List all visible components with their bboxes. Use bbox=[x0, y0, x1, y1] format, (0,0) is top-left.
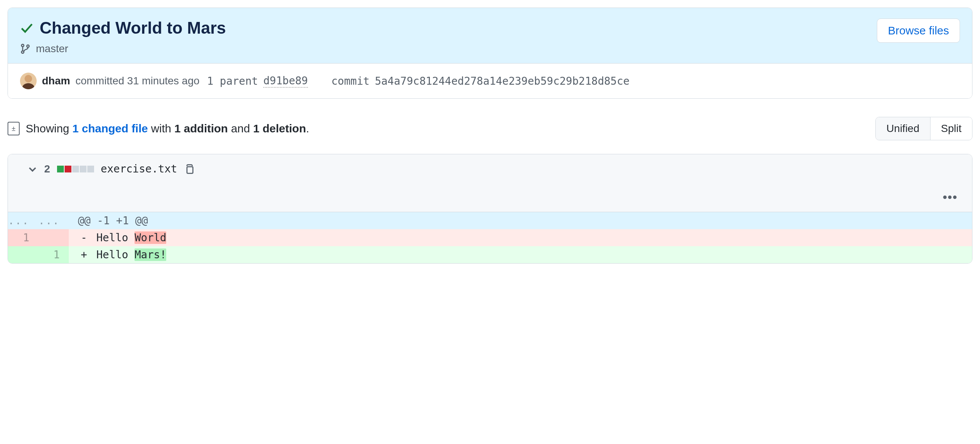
add-linenum-old bbox=[8, 246, 38, 263]
summary-showing: Showing bbox=[26, 122, 69, 135]
changed-files-link[interactable]: 1 changed file bbox=[72, 122, 148, 135]
commit-header: Changed World to Mars master Browse file… bbox=[8, 8, 972, 64]
diff-square-neutral bbox=[87, 166, 94, 172]
commit-meta-row: dham committed 31 minutes ago1 parent d9… bbox=[8, 64, 972, 98]
plus-sign: + bbox=[78, 249, 90, 261]
del-linenum-new bbox=[38, 229, 69, 246]
del-prefix: Hello bbox=[96, 232, 135, 244]
parent-label: parent bbox=[220, 75, 258, 87]
avatar[interactable] bbox=[20, 73, 37, 89]
branch-row: master bbox=[20, 43, 226, 55]
del-linenum-old[interactable]: 1 bbox=[8, 229, 38, 246]
parent-count: 1 bbox=[207, 75, 213, 87]
summary-period: . bbox=[306, 122, 309, 135]
add-linenum-new[interactable]: 1 bbox=[38, 246, 69, 263]
diff-square-neutral bbox=[72, 166, 79, 172]
commit-sha: 5a4a79c81244ed278a14e239eb59c29b218d85ce bbox=[375, 75, 629, 87]
addition-row: 1 + Hello Mars! bbox=[8, 246, 972, 263]
hunk-linenum-old[interactable]: ... bbox=[8, 212, 38, 229]
add-highlight: Mars! bbox=[135, 249, 166, 261]
summary-additions: 1 addition bbox=[175, 122, 228, 135]
commit-box: Changed World to Mars master Browse file… bbox=[8, 8, 972, 99]
kebab-icon[interactable]: ••• bbox=[940, 190, 960, 204]
deletion-row: 1 - Hello World bbox=[8, 229, 972, 246]
check-icon[interactable] bbox=[20, 21, 33, 35]
summary-and: and bbox=[231, 122, 250, 135]
summary-deletions: 1 deletion bbox=[253, 122, 306, 135]
hunk-header: @@ -1 +1 @@ bbox=[69, 212, 972, 229]
summary-with: with bbox=[151, 122, 171, 135]
diff-square-add bbox=[57, 166, 64, 172]
hunk-header-row: ... ... @@ -1 +1 @@ bbox=[8, 212, 972, 229]
browse-files-button[interactable]: Browse files bbox=[877, 19, 960, 43]
minus-sign: - bbox=[78, 232, 90, 244]
summary-text: Showing 1 changed file with 1 addition a… bbox=[26, 122, 309, 135]
diff-square-neutral bbox=[80, 166, 86, 172]
unified-button[interactable]: Unified bbox=[876, 117, 930, 140]
commit-title: Changed World to Mars bbox=[40, 19, 226, 37]
diff-view-toggle: Unified Split bbox=[875, 117, 972, 140]
commit-title-row: Changed World to Mars bbox=[20, 19, 226, 37]
branch-name[interactable]: master bbox=[36, 43, 68, 55]
file-header-bottom: ••• bbox=[27, 190, 960, 204]
commit-time: committed 31 minutes ago bbox=[76, 75, 199, 87]
add-prefix: Hello bbox=[96, 249, 135, 261]
parent-sha[interactable]: d91be89 bbox=[263, 75, 308, 88]
del-highlight: World bbox=[135, 232, 166, 244]
svg-point-2 bbox=[27, 45, 29, 47]
summary-row: ± Showing 1 changed file with 1 addition… bbox=[8, 117, 972, 140]
diff-square-del bbox=[65, 166, 72, 172]
branch-icon[interactable] bbox=[20, 43, 30, 54]
diff-table: ... ... @@ -1 +1 @@ 1 - Hello World 1 + … bbox=[8, 212, 972, 263]
add-code: + Hello Mars! bbox=[69, 246, 972, 263]
del-code: - Hello World bbox=[69, 229, 972, 246]
copy-icon[interactable] bbox=[184, 164, 194, 174]
split-button[interactable]: Split bbox=[930, 117, 972, 140]
svg-rect-3 bbox=[187, 166, 193, 173]
file-header: 2 exercise.txt ••• bbox=[8, 154, 972, 212]
hunk-linenum-new[interactable]: ... bbox=[38, 212, 69, 229]
file-header-top: 2 exercise.txt bbox=[27, 163, 960, 175]
file-diff-box: 2 exercise.txt ••• ... ... @@ -1 +1 @@ bbox=[8, 154, 972, 264]
commit-header-left: Changed World to Mars master bbox=[20, 19, 226, 55]
author-name[interactable]: dham bbox=[42, 75, 70, 87]
chevron-down-icon[interactable] bbox=[27, 164, 37, 174]
diff-icon[interactable]: ± bbox=[8, 122, 20, 136]
commit-sha-label: commit bbox=[331, 75, 369, 87]
svg-point-0 bbox=[22, 44, 24, 46]
summary-left: ± Showing 1 changed file with 1 addition… bbox=[8, 122, 309, 136]
file-change-count: 2 bbox=[44, 163, 50, 175]
diff-stat-squares bbox=[57, 166, 94, 172]
filename[interactable]: exercise.txt bbox=[101, 163, 177, 175]
